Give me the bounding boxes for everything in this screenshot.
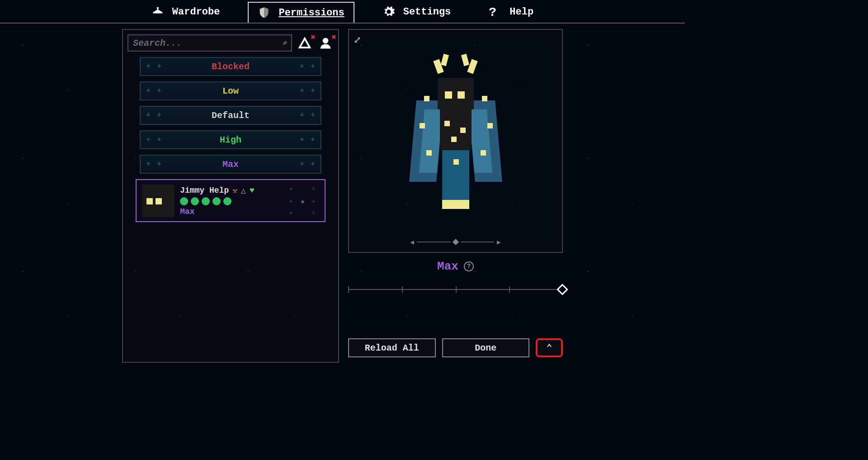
triangle-icon: △ [241, 185, 246, 195]
character-model [392, 46, 519, 236]
rotate-slider[interactable]: ◀▶ [410, 237, 501, 247]
svg-point-0 [323, 38, 329, 44]
filter-max[interactable]: ++ Max ++ [140, 155, 321, 174]
tab-wardrobe[interactable]: Wardrobe [142, 1, 230, 22]
tab-help[interactable]: ? Help [479, 1, 543, 22]
hanger-icon [151, 5, 164, 18]
search-icon: ⌕ [282, 38, 287, 48]
filter-default-label: Default [212, 110, 250, 121]
info-icon[interactable]: ? [464, 261, 474, 271]
red-x-icon: ✖ [331, 32, 336, 42]
player-card[interactable]: Jimmy Help ⚒ △ ♥ Max ++ +◆+ ++ [136, 179, 326, 222]
tab-permissions-label: Permissions [278, 7, 344, 19]
player-name-label: Jimmy Help [180, 186, 229, 195]
search-input[interactable]: Search... ⌕ [127, 34, 292, 52]
filter-low-label: Low [222, 86, 239, 96]
filter-max-label: Max [222, 159, 239, 170]
model-preview[interactable]: ⤢ [348, 29, 563, 253]
slider-handle[interactable] [557, 284, 568, 295]
question-icon: ? [489, 5, 501, 18]
clear-triangle-button[interactable]: ✖ [297, 35, 313, 51]
search-placeholder: Search... [133, 38, 182, 48]
filter-low[interactable]: ++ Low ++ [140, 81, 321, 100]
filter-high-label: High [220, 135, 241, 145]
trust-level-label: Max ? [348, 260, 563, 273]
chevron-up-icon: ⌃ [546, 342, 552, 354]
filter-default[interactable]: ++ Default ++ [140, 106, 321, 125]
shield-icon [258, 6, 270, 19]
permissions-panel: Search... ⌕ ✖ ✖ ++ Blocked ++ ++ Low ++ … [122, 29, 339, 363]
player-level-label: Max [180, 207, 255, 216]
tab-settings-label: Settings [403, 6, 451, 18]
reload-label: Reload All [365, 343, 419, 353]
player-avatar [142, 185, 175, 217]
clear-user-button[interactable]: ✖ [317, 35, 334, 51]
axe-icon: ⚒ [232, 185, 237, 195]
filter-blocked-label: Blocked [212, 62, 250, 72]
tab-settings[interactable]: Settings [373, 1, 461, 22]
trust-slider[interactable] [348, 289, 563, 290]
expand-up-button[interactable]: ⌃ [536, 338, 563, 357]
tab-bar: Wardrobe Permissions Settings ? Help [0, 0, 685, 24]
preview-column: ⤢ [348, 29, 563, 363]
status-dots [180, 197, 255, 205]
tab-help-label: Help [509, 6, 533, 18]
tab-permissions[interactable]: Permissions [248, 2, 354, 23]
filter-high[interactable]: ++ High ++ [140, 130, 321, 149]
tab-wardrobe-label: Wardrobe [172, 6, 220, 18]
done-button[interactable]: Done [442, 338, 530, 357]
filter-blocked[interactable]: ++ Blocked ++ [140, 57, 321, 76]
red-x-icon: ✖ [311, 32, 316, 42]
trust-level-text: Max [437, 260, 458, 273]
reload-all-button[interactable]: Reload All [348, 338, 436, 357]
expand-icon[interactable]: ⤢ [354, 34, 361, 46]
done-label: Done [475, 343, 496, 353]
heart-icon: ♥ [250, 186, 255, 195]
gear-icon [382, 5, 395, 18]
